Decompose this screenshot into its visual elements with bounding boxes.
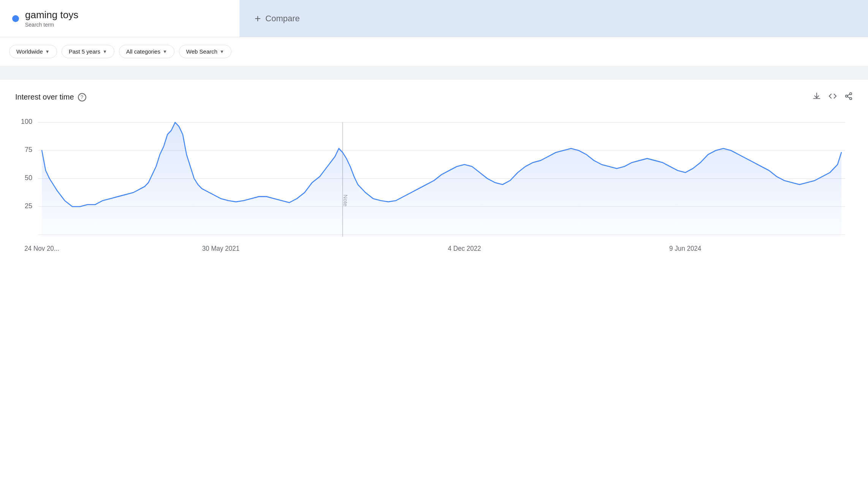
svg-text:30 May 2021: 30 May 2021 [202,244,239,252]
svg-text:50: 50 [25,174,32,182]
svg-text:9 Jun 2024: 9 Jun 2024 [669,244,702,252]
search-term-dot [12,15,19,22]
header-section: gaming toys Search term + Compare [0,0,868,37]
chart-title-text: Interest over time [15,93,74,101]
time-range-filter[interactable]: Past 5 years ▼ [62,45,114,58]
chart-actions [813,92,853,102]
time-range-chevron-icon: ▼ [103,49,107,54]
share-icon[interactable] [844,92,853,102]
chart-header: Interest over time ? [15,92,853,102]
svg-text:75: 75 [25,146,32,154]
chart-container: 100 75 50 25 24 Nov 20... 30 May 2021 4 … [15,114,853,259]
divider-band [0,66,868,80]
location-filter[interactable]: Worldwide ▼ [9,45,57,58]
location-label: Worldwide [16,48,43,55]
svg-line-3 [847,97,850,98]
search-type-chevron-icon: ▼ [220,49,224,54]
plus-icon: + [255,13,261,25]
chart-title-group: Interest over time ? [15,93,86,101]
compare-label: Compare [265,14,299,24]
svg-text:100: 100 [21,117,32,126]
svg-text:25: 25 [25,202,32,210]
filters-bar: Worldwide ▼ Past 5 years ▼ All categorie… [0,37,868,66]
help-icon[interactable]: ? [78,93,86,101]
search-term-type: Search term [25,22,78,28]
search-term-card: gaming toys Search term [0,0,239,37]
chart-section: Interest over time ? [0,80,868,274]
search-term-text: gaming toys Search term [25,9,78,28]
trend-chart: 100 75 50 25 24 Nov 20... 30 May 2021 4 … [15,114,853,259]
search-type-label: Web Search [186,48,217,55]
category-chevron-icon: ▼ [163,49,167,54]
svg-text:4 Dec 2022: 4 Dec 2022 [448,244,481,252]
category-filter[interactable]: All categories ▼ [119,45,174,58]
location-chevron-icon: ▼ [45,49,50,54]
svg-text:24 Nov 20...: 24 Nov 20... [24,244,59,252]
compare-card[interactable]: + Compare [239,0,868,37]
search-term-title: gaming toys [25,9,78,21]
download-icon[interactable] [813,92,821,102]
svg-line-4 [847,94,850,96]
time-range-label: Past 5 years [69,48,100,55]
search-type-filter[interactable]: Web Search ▼ [179,45,231,58]
embed-icon[interactable] [828,92,837,102]
category-label: All categories [126,48,160,55]
